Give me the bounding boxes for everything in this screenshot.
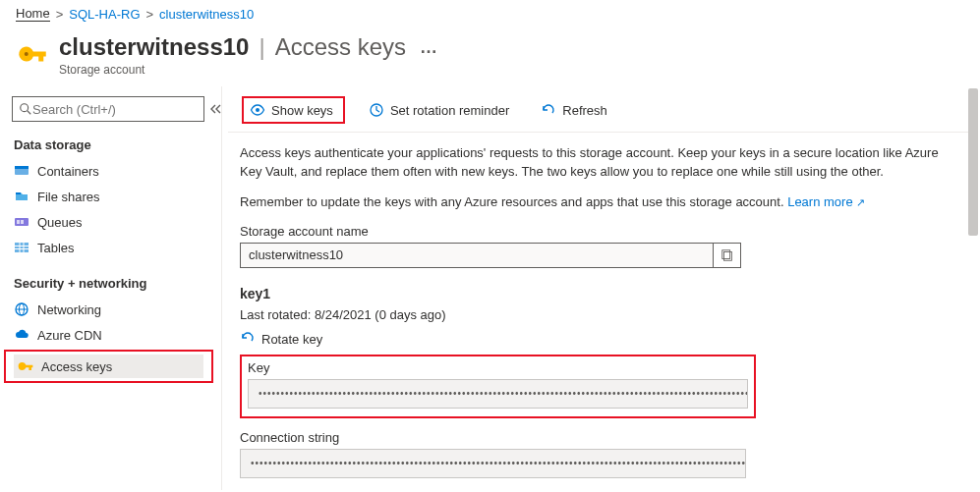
sidebar-item-label: Queues	[37, 215, 83, 230]
scrollbar-thumb[interactable]	[968, 88, 978, 236]
sidebar-item-fileshares[interactable]: File shares	[0, 184, 221, 209]
resource-type-label: Storage account	[59, 63, 439, 77]
storage-account-name-label: Storage account name	[240, 224, 962, 239]
svg-point-17	[256, 108, 259, 112]
eye-icon	[250, 102, 265, 118]
tables-icon	[14, 240, 29, 255]
external-link-icon: ↗	[856, 196, 865, 208]
svg-rect-8	[21, 220, 24, 224]
info-paragraph-2: Remember to update the keys with any Azu…	[240, 193, 962, 212]
refresh-icon	[541, 102, 556, 118]
content-pane: Show keys Set rotation reminder Refresh …	[222, 86, 980, 490]
more-menu-button[interactable]: …	[420, 37, 439, 58]
info-paragraph-1: Access keys authenticate your applicatio…	[240, 144, 962, 182]
sidebar-item-queues[interactable]: Queues	[0, 209, 221, 235]
sidebar-item-tables[interactable]: Tables	[0, 235, 221, 260]
collapse-sidebar-button[interactable]	[210, 99, 222, 119]
sidebar-item-label: Containers	[37, 164, 99, 179]
link-label: Learn more	[787, 194, 852, 209]
nav-section-security: Security + networking	[0, 270, 221, 297]
last-rotated-text: Last rotated: 8/24/2021 (0 days ago)	[240, 307, 962, 322]
sidebar-item-access-keys[interactable]: Access keys	[14, 355, 203, 378]
command-bar: Show keys Set rotation reminder Refresh	[228, 86, 974, 133]
sidebar-item-label: Tables	[37, 241, 75, 255]
crumb-rg[interactable]: SQL-HA-RG	[69, 7, 140, 22]
connection-string-label: Connection string	[240, 430, 962, 445]
svg-point-1	[21, 104, 29, 112]
sidebar-item-label: Azure CDN	[37, 328, 102, 343]
svg-point-0	[25, 52, 29, 56]
highlight-key-block: Key ••••••••••••••••••••••••••••••••••••…	[240, 355, 756, 418]
search-input-wrap[interactable]	[12, 96, 204, 122]
svg-rect-7	[17, 220, 20, 224]
search-icon	[19, 102, 32, 116]
page-header: clusterwitness10 | Access keys … Storage…	[0, 26, 980, 86]
clock-icon	[369, 102, 384, 118]
crumb-home[interactable]: Home	[16, 6, 50, 22]
sidebar-item-label: File shares	[37, 190, 100, 204]
title-sep: |	[259, 33, 264, 61]
key1-heading: key1	[240, 286, 962, 301]
rotate-icon	[240, 330, 256, 349]
sidebar-item-label: Networking	[37, 302, 101, 317]
svg-rect-9	[15, 243, 29, 252]
button-label: Refresh	[562, 103, 607, 118]
key-icon	[18, 358, 33, 374]
sidebar-item-label: Access keys	[41, 359, 112, 374]
storage-account-name-field[interactable]: clusterwitness10	[240, 243, 714, 268]
crumb-sep: >	[56, 7, 64, 22]
highlight-show-keys: Show keys	[242, 96, 345, 124]
queues-icon	[14, 214, 29, 230]
refresh-button[interactable]: Refresh	[533, 98, 615, 122]
crumb-sep: >	[146, 7, 154, 22]
breadcrumb: Home > SQL-HA-RG > clusterwitness10	[0, 0, 980, 26]
sidebar-item-networking[interactable]: Networking	[0, 297, 221, 322]
networking-icon	[14, 301, 29, 317]
blade-title: Access keys	[275, 33, 406, 61]
search-input[interactable]	[32, 102, 198, 117]
show-keys-button[interactable]: Show keys	[250, 102, 333, 118]
cdn-icon	[14, 327, 29, 343]
fileshares-icon	[14, 189, 29, 204]
rotate-key-button[interactable]: Rotate key	[240, 330, 962, 349]
sidebar-item-containers[interactable]: Containers	[0, 158, 221, 184]
nav-section-data-storage: Data storage	[0, 132, 221, 158]
key-value-masked[interactable]: ••••••••••••••••••••••••••••••••••••••••…	[248, 379, 748, 409]
crumb-resource[interactable]: clusterwitness10	[159, 7, 254, 22]
info-text: Remember to update the keys with any Azu…	[240, 194, 787, 209]
sidebar-item-azure-cdn[interactable]: Azure CDN	[0, 322, 221, 348]
svg-line-2	[28, 111, 31, 115]
sidebar: Data storage Containers File shares Queu…	[0, 86, 222, 490]
svg-rect-5	[16, 192, 21, 194]
copy-icon	[721, 248, 734, 262]
copy-button[interactable]	[714, 243, 741, 268]
scrollbar-track[interactable]	[968, 86, 978, 490]
connection-string-masked[interactable]: ••••••••••••••••••••••••••••••••••••••••…	[240, 449, 746, 478]
set-rotation-reminder-button[interactable]: Set rotation reminder	[361, 98, 517, 122]
containers-icon	[14, 163, 29, 179]
button-label: Show keys	[271, 103, 333, 118]
key-label: Key	[248, 360, 748, 375]
highlight-access-keys: Access keys	[4, 350, 213, 383]
svg-rect-4	[15, 166, 29, 169]
button-label: Set rotation reminder	[390, 103, 509, 118]
resource-name: clusterwitness10	[59, 33, 249, 61]
key-icon	[16, 37, 49, 71]
button-label: Rotate key	[261, 332, 322, 347]
learn-more-link[interactable]: Learn more ↗	[787, 194, 865, 209]
